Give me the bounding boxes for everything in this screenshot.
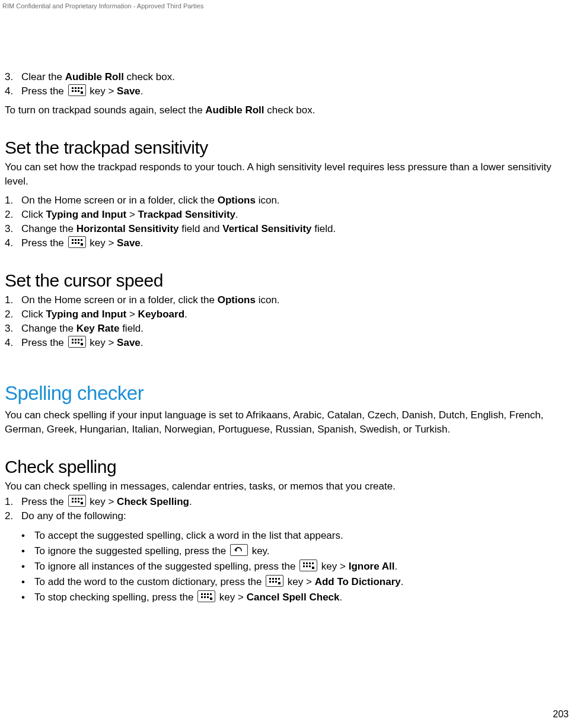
menu-key-icon bbox=[68, 336, 86, 348]
text-part: On the Home screen or in a folder, click… bbox=[21, 195, 218, 206]
text-part: To add the word to the custom dictionary… bbox=[34, 576, 264, 587]
bullet-icon: • bbox=[21, 574, 34, 590]
bold-term: Keyboard bbox=[138, 309, 184, 320]
list-item: • To accept the suggested spelling, clic… bbox=[21, 528, 572, 543]
step-number: 1. bbox=[5, 495, 21, 509]
step-text: Press the key > Save. bbox=[21, 336, 572, 350]
text-part: Press the bbox=[21, 85, 67, 97]
list-item: 2. Click Typing and Input > Trackpad Sen… bbox=[5, 208, 572, 222]
trackpad-intro: You can set how the trackpad responds to… bbox=[5, 160, 572, 189]
step-number: 3. bbox=[5, 222, 21, 236]
text-part: key. bbox=[249, 545, 270, 557]
bold-term: Key Rate bbox=[76, 323, 120, 334]
step-text: Change the Key Rate field. bbox=[21, 322, 572, 336]
text-part: Press the bbox=[21, 496, 67, 507]
bold-term: Options bbox=[218, 294, 256, 306]
list-item: 4. Press the key > Save. bbox=[5, 236, 572, 250]
text-part: key > bbox=[216, 592, 247, 603]
step-number: 1. bbox=[5, 193, 21, 208]
step-text: On the Home screen or in a folder, click… bbox=[21, 193, 572, 208]
text-part: key > bbox=[318, 561, 349, 572]
text-part: field and bbox=[179, 223, 223, 234]
text-part: Change the bbox=[21, 323, 76, 334]
bold-term: Typing and Input bbox=[46, 209, 127, 220]
text-part: check box. bbox=[264, 104, 315, 116]
bold-term: Ignore All bbox=[349, 561, 395, 572]
text-part: . bbox=[401, 576, 404, 587]
step-text: Do any of the following: bbox=[21, 509, 572, 523]
text-part: Press the bbox=[21, 237, 67, 249]
text-part: To ignore the suggested spelling, press … bbox=[34, 545, 229, 557]
check-spelling-steps: 1. Press the key > Check Spelling. 2. Do… bbox=[5, 495, 572, 523]
audible-roll-note: To turn on trackpad sounds again, select… bbox=[5, 103, 572, 117]
step-number: 2. bbox=[5, 509, 21, 523]
spelling-intro: You can check spelling if your input lan… bbox=[5, 408, 572, 437]
list-item: 3. Change the Key Rate field. bbox=[5, 322, 572, 336]
step-text: Press the key > Check Spelling. bbox=[21, 495, 572, 509]
step-text: Press the key > Save. bbox=[21, 236, 572, 250]
text-part: field. bbox=[119, 323, 144, 334]
menu-key-icon bbox=[299, 559, 317, 571]
text-part: . bbox=[189, 496, 192, 507]
bold-term: Save bbox=[117, 85, 141, 97]
text-part: . bbox=[141, 237, 144, 249]
step-text: To add the word to the custom dictionary… bbox=[34, 574, 404, 590]
text-part: . bbox=[394, 561, 397, 572]
list-item: • To ignore the suggested spelling, pres… bbox=[21, 543, 572, 559]
text-part: > bbox=[126, 209, 138, 220]
page-number: 203 bbox=[553, 709, 569, 720]
step-number: 3. bbox=[5, 322, 21, 336]
bold-term: Audible Roll bbox=[205, 104, 264, 116]
text-part: Clear the bbox=[21, 71, 65, 82]
menu-key-icon bbox=[68, 84, 86, 96]
list-item: 4. Press the key > Save. bbox=[5, 336, 572, 350]
text-part: key > bbox=[285, 576, 315, 587]
list-item: • To ignore all instances of the suggest… bbox=[21, 559, 572, 574]
step-text: Press the key > Save. bbox=[21, 84, 572, 98]
bold-term: Horizontal Sensitivity bbox=[76, 223, 179, 234]
page-content: 3. Clear the Audible Roll check box. 4. … bbox=[5, 70, 572, 605]
bullet-icon: • bbox=[21, 590, 34, 605]
list-item: 2. Click Typing and Input > Keyboard. bbox=[5, 307, 572, 322]
text-part: key > bbox=[87, 337, 117, 348]
text-part: icon. bbox=[256, 294, 280, 306]
step-text: To ignore all instances of the suggested… bbox=[34, 559, 397, 574]
step-number: 1. bbox=[5, 293, 21, 307]
bold-term: Typing and Input bbox=[46, 309, 127, 320]
step-text: On the Home screen or in a folder, click… bbox=[21, 293, 572, 307]
step-text: Change the Horizontal Sensitivity field … bbox=[21, 222, 572, 236]
bold-term: Save bbox=[117, 237, 141, 249]
text-part: . bbox=[141, 337, 144, 348]
cursor-steps-list: 1. On the Home screen or in a folder, cl… bbox=[5, 293, 572, 350]
step-text: To stop checking spelling, press the key… bbox=[34, 590, 342, 605]
text-part: Click bbox=[21, 309, 46, 320]
bold-term: Trackpad Sensitivity bbox=[138, 209, 235, 220]
bold-term: Check Spelling bbox=[117, 496, 189, 507]
text-part: icon. bbox=[256, 195, 280, 206]
list-item: 1. Press the key > Check Spelling. bbox=[5, 495, 572, 509]
bold-term: Save bbox=[117, 337, 141, 348]
list-item: 1. On the Home screen or in a folder, cl… bbox=[5, 293, 572, 307]
text-part: . bbox=[235, 209, 238, 220]
list-item: 3. Clear the Audible Roll check box. bbox=[5, 70, 572, 84]
text-part: key > bbox=[87, 85, 117, 97]
bold-term: Options bbox=[218, 195, 256, 206]
menu-key-icon bbox=[197, 590, 215, 602]
check-spelling-intro: You can check spelling in messages, cale… bbox=[5, 479, 572, 494]
list-item: • To add the word to the custom dictiona… bbox=[21, 574, 572, 590]
text-part: To stop checking spelling, press the bbox=[34, 592, 196, 603]
text-part: On the Home screen or in a folder, click… bbox=[21, 294, 218, 306]
continued-steps-list: 3. Clear the Audible Roll check box. 4. … bbox=[5, 70, 572, 98]
list-item: 4. Press the key > Save. bbox=[5, 84, 572, 98]
step-text: To ignore the suggested spelling, press … bbox=[34, 543, 270, 559]
text-part: . bbox=[141, 85, 144, 97]
heading-cursor-speed: Set the cursor speed bbox=[5, 271, 572, 291]
menu-key-icon bbox=[68, 236, 86, 248]
text-part: > bbox=[126, 309, 138, 320]
list-item: 3. Change the Horizontal Sensitivity fie… bbox=[5, 222, 572, 236]
bullet-icon: • bbox=[21, 559, 34, 574]
text-part: Press the bbox=[21, 337, 67, 348]
text-part: To ignore all instances of the suggested… bbox=[34, 561, 298, 572]
bullet-icon: • bbox=[21, 543, 34, 559]
menu-key-icon bbox=[266, 575, 283, 587]
